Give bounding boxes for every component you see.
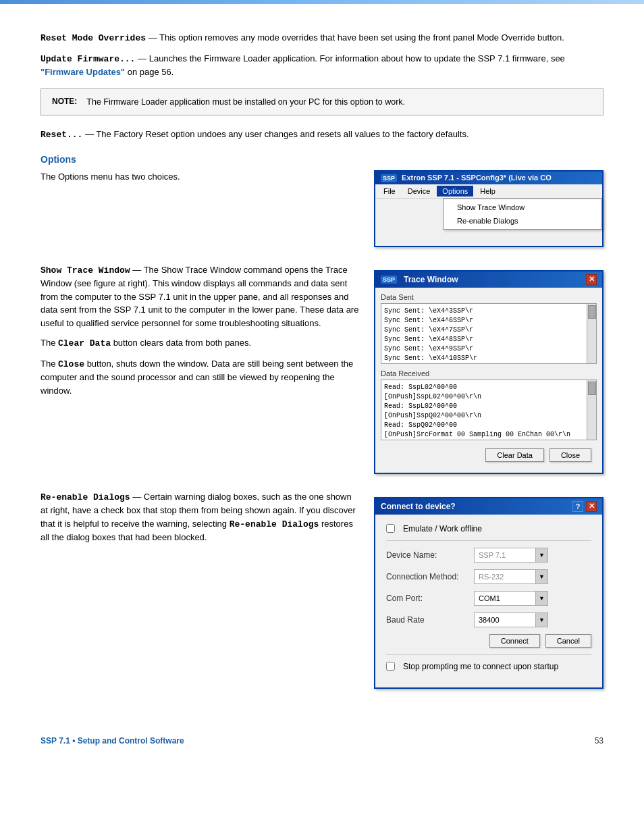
recv-scrollbar[interactable]: [587, 380, 596, 440]
options-heading: Options: [41, 154, 603, 165]
connect-window: Connect to device? ? ✕ Emulate / Work of…: [374, 497, 603, 689]
baud-value: 38400: [475, 615, 535, 625]
clear-data-button[interactable]: Clear Data: [485, 448, 544, 462]
dropdown-reenable-dialogs[interactable]: Re-enable Dialogs: [444, 214, 601, 228]
reset-text: — The Factory Reset option undoes any us…: [85, 129, 468, 139]
reenable-bold: Re-enable Dialogs: [230, 519, 319, 529]
connect-button[interactable]: Connect: [489, 634, 540, 648]
baud-row: Baud Rate 38400 ▼: [386, 613, 591, 627]
connect-buttons: Connect Cancel: [386, 634, 591, 648]
menu-file[interactable]: File: [378, 186, 401, 197]
recv-line-2: [OnPush]SspL02^00^00\r\n: [384, 392, 593, 402]
cancel-button[interactable]: Cancel: [545, 634, 591, 648]
footer-title: SSP 7.1 • Setup and Control Software: [41, 736, 184, 746]
clear-data-paragraph: The Clear Data button clears data from b…: [41, 336, 360, 350]
note-label: NOTE:: [52, 97, 77, 106]
reset-mode-text: — This option removes any mode overrides…: [149, 32, 564, 43]
options-menu-window: SSP Extron SSP 7.1 - SSPConfig3* (Live v…: [374, 170, 603, 247]
options-right: SSP Extron SSP 7.1 - SSPConfig3* (Live v…: [374, 170, 603, 247]
baud-select[interactable]: 38400 ▼: [474, 613, 548, 627]
trace-line-3: Sync Sent: \eX4^7SSP\r: [384, 325, 593, 335]
device-name-label: Device Name:: [386, 550, 474, 560]
reenable-paragraph: Re-enable Dialogs — Certain warning dial…: [41, 490, 360, 544]
close-button[interactable]: Close: [549, 448, 591, 462]
data-received-pane: Read: SspL02^00^00 [OnPush]SspL02^00^00\…: [381, 380, 597, 440]
trace-ssp-icon: SSP: [381, 276, 397, 284]
sent-scrollbar[interactable]: [587, 304, 596, 363]
connect-bottom-divider: [386, 654, 591, 655]
method-arrow-icon: ▼: [535, 570, 547, 583]
firmware-updates-link[interactable]: "Firmware Updates": [41, 67, 125, 77]
connect-close-icon[interactable]: ✕: [586, 501, 597, 512]
port-label: Com Port:: [386, 594, 474, 603]
connect-help-icon[interactable]: ?: [572, 501, 583, 512]
update-firmware-title: Update Firmware...: [41, 54, 135, 64]
port-select[interactable]: COM1 ▼: [474, 591, 548, 606]
sent-scrollbar-thumb: [588, 305, 596, 319]
connect-divider: [386, 540, 591, 541]
update-firmware-text: — Launches the Firmware Loader applicati…: [138, 53, 565, 63]
dropdown-show-trace[interactable]: Show Trace Window: [444, 201, 601, 214]
options-window-title: Extron SSP 7.1 - SSPConfig3* (Live via C…: [402, 174, 552, 182]
menu-device[interactable]: Device: [402, 186, 436, 197]
close-paragraph: The Close button, shuts down the window.…: [41, 357, 360, 398]
emulate-row: Emulate / Work offline: [386, 524, 591, 533]
connect-body: Emulate / Work offline Device Name: SSP …: [375, 515, 602, 687]
trace-window: SSP Trace Window ✕ Data Sent Sync Sent: …: [374, 270, 603, 474]
options-menu-menubar: File Device Options Help: [375, 184, 602, 199]
device-name-value: SSP 7.1: [475, 550, 535, 561]
trace-line-6: Sync Sent: \eX4^10SSP\r: [384, 354, 593, 363]
emulate-label: Emulate / Work offline: [403, 524, 482, 533]
trace-line-1: Sync Sent: \eX4^3SSP\r: [384, 307, 593, 316]
note-box: NOTE: The Firmware Loader application mu…: [41, 88, 603, 116]
options-dropdown: Show Trace Window Re-enable Dialogs: [443, 199, 602, 230]
recv-line-1: Read: SspL02^00^00: [384, 383, 593, 392]
baud-arrow-icon: ▼: [535, 613, 547, 627]
device-name-field: SSP 7.1 ▼: [474, 548, 591, 563]
show-trace-left: Show Trace Window — The Show Trace Windo…: [41, 263, 360, 405]
options-menu-titlebar: SSP Extron SSP 7.1 - SSPConfig3* (Live v…: [375, 172, 602, 184]
method-select[interactable]: RS-232 ▼: [474, 569, 548, 584]
method-value: RS-232: [475, 571, 535, 582]
method-row: Connection Method: RS-232 ▼: [386, 569, 591, 584]
connect-titlebar: Connect to device? ? ✕: [375, 498, 602, 515]
trace-titlebar-left: SSP Trace Window: [381, 275, 458, 284]
connect-title: Connect to device?: [381, 502, 456, 511]
method-label: Connection Method:: [386, 572, 474, 581]
menu-options[interactable]: Options: [437, 186, 473, 197]
recv-line-5: Read: SspQ02^00^00: [384, 421, 593, 430]
trace-line-4: Sync Sent: \eX4^8SSP\r: [384, 335, 593, 344]
reset-mode-paragraph: Reset Mode Overrides — This option remov…: [41, 31, 603, 45]
page-footer: SSP 7.1 • Setup and Control Software 53: [0, 729, 644, 752]
reenable-title: Re-enable Dialogs: [41, 492, 130, 502]
footer-page: 53: [595, 736, 603, 746]
reenable-left: Re-enable Dialogs — Certain warning dial…: [41, 490, 360, 551]
stop-prompting-checkbox[interactable]: [386, 662, 395, 671]
options-intro: The Options menu has two choices.: [41, 170, 360, 184]
emulate-checkbox[interactable]: [386, 524, 395, 533]
update-firmware-page: on page 56.: [128, 67, 174, 77]
update-firmware-paragraph: Update Firmware... — Launches the Firmwa…: [41, 52, 603, 79]
ssp-icon: SSP: [381, 174, 397, 182]
recv-line-4: [OnPush]SspQ02^00^00\r\n: [384, 411, 593, 421]
connect-titlebar-icons: ? ✕: [572, 501, 597, 512]
device-name-select[interactable]: SSP 7.1 ▼: [474, 548, 548, 563]
options-left: The Options menu has two choices.: [41, 170, 360, 190]
data-sent-pane: Sync Sent: \eX4^3SSP\r Sync Sent: \eX4^6…: [381, 303, 597, 364]
trace-line-7-highlighted: Sync Sent: \eX5^1SSP\r: [384, 363, 593, 364]
reenable-section: Re-enable Dialogs — Certain warning dial…: [41, 490, 603, 689]
baud-label: Baud Rate: [386, 615, 474, 625]
menu-help[interactable]: Help: [475, 186, 501, 197]
port-row: Com Port: COM1 ▼: [386, 591, 591, 606]
close-inline: Close: [58, 359, 84, 369]
show-trace-right: SSP Trace Window ✕ Data Sent Sync Sent: …: [374, 263, 603, 474]
baud-field: 38400 ▼: [474, 613, 591, 627]
port-field: COM1 ▼: [474, 591, 591, 606]
clear-data-inline: Clear Data: [58, 338, 111, 348]
show-trace-title: Show Trace Window: [41, 265, 130, 276]
trace-close-icon[interactable]: ✕: [586, 274, 597, 285]
port-value: COM1: [475, 593, 535, 604]
method-field: RS-232 ▼: [474, 569, 591, 584]
trace-window-title: Trace Window: [404, 275, 458, 284]
stop-prompting-row: Stop prompting me to connect upon startu…: [386, 662, 591, 671]
